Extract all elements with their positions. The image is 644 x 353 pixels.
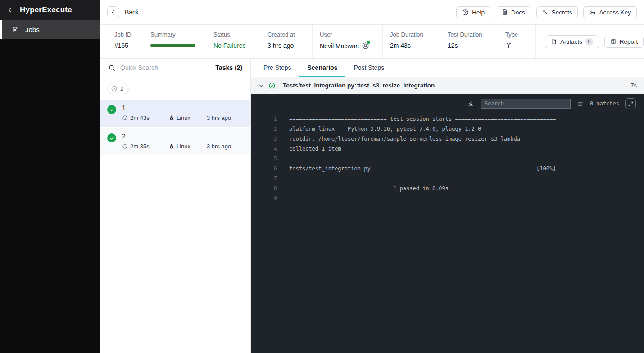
- sidebar-header: HyperExecute: [0, 0, 100, 20]
- steps-panel: Pre Steps Scenarios Post Steps Tests/tes…: [251, 59, 644, 353]
- test-duration-value: 12s: [448, 42, 490, 49]
- summary-label: Summary: [150, 31, 198, 38]
- sidebar-item-jobs[interactable]: Jobs: [0, 20, 100, 39]
- created-at-cell: Created at 3 hrs ago: [260, 25, 313, 58]
- docs-button[interactable]: Docs: [496, 6, 531, 18]
- scenario-title: Tests/test_integration.py::test_s3_resiz…: [283, 82, 435, 89]
- created-at-label: Created at: [268, 31, 304, 38]
- app-title: HyperExecute: [20, 5, 72, 14]
- test-duration-label: Test Duration: [448, 31, 490, 38]
- status-cell: Status No Failures: [206, 25, 260, 58]
- log-line: 7: [251, 174, 644, 183]
- task-os: Linux: [177, 143, 190, 150]
- log-line: 4collected 1 item: [251, 144, 644, 154]
- task-name: 2: [122, 133, 243, 140]
- back-label: Back: [125, 9, 139, 16]
- online-status-dot: [367, 41, 370, 44]
- type-cell: Type: [498, 25, 536, 58]
- search-icon: [108, 64, 116, 72]
- type-label: Type: [505, 31, 527, 38]
- expand-fullscreen-button[interactable]: [625, 98, 636, 109]
- jobs-icon: [12, 26, 19, 33]
- log-line: 6tests/test_integration.py . [100%]: [251, 164, 644, 174]
- log-lines: 1============================== test ses…: [251, 109, 644, 203]
- key-icon: [542, 9, 549, 15]
- access-key-button[interactable]: Access Key: [583, 6, 637, 18]
- artifacts-label: Artifacts: [560, 38, 582, 45]
- scenario-duration: 7s: [630, 82, 637, 89]
- line-wrap-icon[interactable]: [576, 101, 584, 107]
- summary-cell: Summary: [143, 25, 206, 58]
- log-line: 2platform linux -- Python 3.9.16, pytest…: [251, 124, 644, 134]
- match-count: 0 matches: [590, 101, 619, 107]
- quick-search-input[interactable]: [120, 64, 211, 71]
- back-button[interactable]: [107, 6, 119, 18]
- clock-icon: [122, 143, 128, 149]
- circled-check-icon: [111, 85, 118, 92]
- artifacts-button[interactable]: Artifacts 0: [545, 35, 599, 48]
- log-search-input[interactable]: [481, 99, 571, 109]
- avatar: [362, 42, 369, 50]
- help-button[interactable]: Help: [456, 6, 490, 18]
- secrets-button[interactable]: Secrets: [536, 6, 578, 18]
- job-duration-label: Job Duration: [390, 31, 432, 38]
- job-id-value: #165: [114, 42, 135, 49]
- tab-pre-steps[interactable]: Pre Steps: [255, 59, 299, 77]
- log-line: 3rootdir: /home/ltuser/foreman/sample-se…: [251, 134, 644, 144]
- linux-penguin-icon: [169, 143, 174, 149]
- task-list-item-1[interactable]: 1 2m 43s: [100, 100, 250, 127]
- task-duration: 2m 43s: [130, 115, 150, 121]
- log-line: 9: [251, 193, 644, 203]
- sidebar: HyperExecute Jobs: [0, 0, 100, 353]
- tasks-panel: Tasks (2) 2 1: [100, 59, 251, 353]
- scenario-row[interactable]: Tests/test_integration.py::test_s3_resiz…: [251, 77, 644, 94]
- access-key-icon: [589, 9, 596, 16]
- document-icon: [502, 9, 508, 15]
- topbar-actions: Help Docs Secrets: [456, 6, 637, 18]
- report-label: Report: [620, 38, 638, 45]
- branch-y-icon: [505, 42, 512, 50]
- log-terminal: 0 matches 1=============================…: [251, 94, 644, 353]
- artifact-file-icon: [551, 38, 557, 45]
- user-cell: User Nevil Macwan: [313, 25, 383, 58]
- linux-penguin-icon: [169, 115, 174, 121]
- help-icon: [462, 9, 469, 16]
- chevron-down-icon[interactable]: [258, 83, 264, 89]
- secrets-label: Secrets: [552, 9, 572, 16]
- task-duration: 2m 35s: [130, 143, 150, 150]
- passed-filter-pill[interactable]: 2: [107, 83, 129, 94]
- steps-tabs: Pre Steps Scenarios Post Steps: [251, 59, 644, 77]
- collapse-sidebar-icon[interactable]: [6, 6, 14, 14]
- download-log-icon[interactable]: [467, 100, 475, 108]
- task-passed-icon: [107, 105, 116, 114]
- docs-label: Docs: [511, 9, 525, 16]
- scenario-passed-icon: [268, 82, 276, 89]
- job-info-row: Job ID #165 Summary Status No Failures C…: [100, 25, 644, 59]
- clock-icon: [122, 115, 128, 121]
- job-id-label: Job ID: [114, 31, 135, 38]
- job-duration-value: 2m 43s: [390, 42, 432, 49]
- task-search-row: Tasks (2): [100, 59, 250, 77]
- access-key-label: Access Key: [599, 9, 631, 16]
- status-value: No Failures: [213, 42, 252, 49]
- content: Tasks (2) 2 1: [100, 59, 644, 353]
- job-duration-cell: Job Duration 2m 43s: [383, 25, 440, 58]
- hyperexecute-app: HyperExecute Jobs Back Help: [0, 0, 644, 353]
- tab-scenarios[interactable]: Scenarios: [299, 59, 345, 77]
- top-bar: Back Help Docs: [100, 0, 644, 25]
- tab-post-steps[interactable]: Post Steps: [345, 59, 392, 77]
- status-label: Status: [213, 31, 252, 38]
- test-duration-cell: Test Duration 12s: [440, 25, 498, 58]
- main-area: Back Help Docs: [100, 0, 644, 353]
- task-time: 3 hrs ago: [207, 143, 231, 150]
- terminal-toolbar: 0 matches: [251, 94, 644, 109]
- log-line: 1============================== test ses…: [251, 114, 644, 124]
- user-value: Nevil Macwan: [320, 42, 359, 50]
- sidebar-item-label: Jobs: [25, 26, 40, 33]
- task-list-item-2[interactable]: 2 2m 35s: [100, 128, 250, 155]
- report-button[interactable]: Report: [604, 36, 644, 48]
- created-at-value: 3 hrs ago: [268, 42, 304, 49]
- summary-progress-bar: [150, 44, 195, 47]
- task-os: Linux: [177, 115, 190, 121]
- artifacts-count-badge: 0: [585, 38, 593, 46]
